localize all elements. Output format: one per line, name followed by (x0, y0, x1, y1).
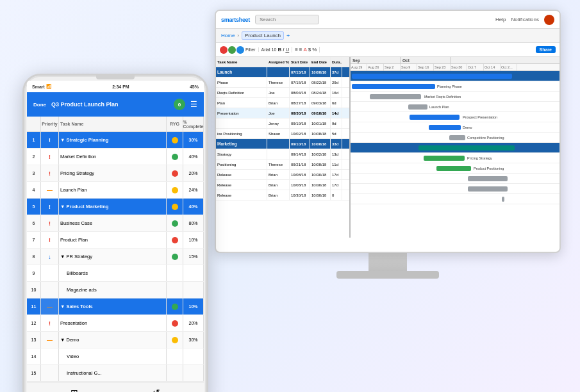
menu-icon[interactable]: ☰ (190, 100, 197, 109)
week-sep30: Sep 30 (451, 64, 467, 70)
ss-search-input[interactable] (255, 15, 319, 24)
bar-prospect (410, 115, 460, 120)
grid-row-phase: Phase Therese 07/15/18 08/22/18 29d (216, 78, 349, 88)
bold-btn[interactable]: B (278, 47, 281, 53)
breadcrumb-home[interactable]: Home (221, 33, 235, 38)
week-oct7: Oct 7 (467, 64, 484, 70)
font-size[interactable]: 10 (272, 47, 277, 52)
bar-rel3 (502, 197, 504, 202)
priority-icon: ! (49, 320, 51, 327)
user-avatar[interactable] (544, 15, 554, 25)
gantt-row-5: Demo (351, 122, 559, 133)
carrier-label: Smart (32, 85, 45, 89)
priority-icon: ! (49, 220, 51, 227)
gantt-row-0 (351, 71, 559, 81)
table-row: 4 — Launch Plan 24% (27, 182, 204, 199)
breadcrumb-add[interactable]: + (286, 33, 290, 39)
italic-btn[interactable]: I (283, 47, 284, 53)
priority-icon: — (47, 187, 53, 193)
filter-group: Filter (245, 47, 259, 52)
ryg-dot (172, 304, 178, 310)
monitor-neck (369, 253, 407, 271)
bar-rel1 (468, 176, 508, 181)
table-row: 14 Video (27, 348, 204, 365)
tablet-statusbar: Smart 📶 2:34 PM 45% (27, 81, 204, 92)
ryg-dot (172, 137, 178, 143)
ss-breadcrumb: Home › Product Launch + (216, 29, 559, 43)
grid-row-launch: Launch 07/15/18 10/08/18 37d (216, 67, 349, 78)
table-row: 11 — ▼ Sales Tools 10% (27, 298, 204, 315)
back-button[interactable]: Done (33, 102, 46, 108)
bar-phase (352, 84, 435, 89)
notifications-link[interactable]: Notifications (511, 17, 539, 22)
help-link[interactable]: Help (495, 17, 506, 22)
month-oct: Oct (401, 57, 451, 63)
filter-label[interactable]: Filter (245, 47, 256, 52)
month-sep: Sep (351, 57, 401, 63)
grid-row-marketing: Marketing 09/10/18 10/08/18 33d (216, 139, 349, 149)
label-planning-phase: Planning Phase (437, 85, 462, 88)
ss-content: Task Name Assigned To Start Date End Dat… (216, 57, 559, 238)
font-name[interactable]: Arial (261, 47, 270, 52)
breadcrumb-sheet[interactable]: Product Launch (242, 31, 284, 40)
percent-icon[interactable]: % (312, 47, 317, 53)
ryg-dot (172, 237, 178, 243)
bar-pricing (424, 156, 465, 161)
table-row: 15 Instructional G... (27, 365, 204, 382)
ryg-dot (172, 337, 178, 343)
gantt-weeks: Aug 19 Aug 26 Sep 2 Sep 9 Sep 16 Sep 23 … (351, 64, 559, 71)
ryg-dot (172, 170, 178, 177)
col-taskname: Task Name (59, 117, 167, 131)
av2 (228, 46, 236, 54)
gantt-row-12 (351, 194, 559, 204)
ss-logo: smartsheet (221, 17, 250, 23)
bar-prod-pos (436, 166, 471, 171)
tablet-col-header: Priority Task Name RYG % Complete (27, 117, 204, 132)
ryg-dot (172, 187, 178, 193)
col-assigned: Assigned To (267, 57, 290, 67)
monitor-base (336, 271, 439, 279)
bar-planning (352, 74, 512, 79)
gantt-row-3: Launch Plan (351, 102, 559, 112)
ryg-dot (172, 254, 178, 260)
bar-launch-plan (408, 104, 427, 110)
priority-icon: ! (49, 237, 51, 243)
week-aug19: Aug 19 (351, 64, 367, 70)
label-pricing: Pricing Strategy (467, 156, 492, 160)
bar-comp-pos (449, 135, 465, 140)
label-launch-plan: Launch Plan (429, 105, 449, 109)
col-priority: Priority (41, 117, 59, 131)
table-row: 6 ! Business Case 80% (27, 215, 204, 232)
share-button[interactable]: Share (536, 46, 556, 53)
time-display: 2:34 PM (112, 85, 129, 89)
week-sep9: Sep 9 (401, 64, 417, 70)
grid-view-icon[interactable]: ⊞ (70, 388, 78, 393)
col-num (27, 117, 41, 131)
tablet: Smart 📶 2:34 PM 45% Done Q3 Product Laun… (22, 74, 208, 392)
dollar-icon[interactable]: $ (308, 47, 311, 53)
col-dur: Dura... (331, 57, 342, 67)
table-row: 9 Billboards (27, 265, 204, 282)
align-center[interactable]: ≡ (299, 47, 302, 53)
table-row: 10 Magazine ads (27, 282, 204, 298)
tablet-notch (96, 76, 135, 79)
gantt-row-8: Pricing Strategy (351, 153, 559, 163)
ss-topbar: smartsheet Help Notifications (216, 11, 559, 29)
breadcrumb-sep: › (237, 33, 239, 38)
grid-row-jenny: Jenny 09/19/18 10/01/18 9d (216, 118, 349, 129)
sheet-title: Q3 Product Launch Plan (51, 101, 169, 108)
tablet-screen: Smart 📶 2:34 PM 45% Done Q3 Product Laun… (27, 81, 204, 392)
align-left[interactable]: ≡ (295, 47, 298, 53)
grid-row-rel3: Release Brian 10/30/18 10/30/18 0 (216, 190, 349, 200)
color-icon[interactable]: A (304, 47, 307, 53)
refresh-icon[interactable]: ↺ (153, 388, 160, 393)
gantt-row-2: Market Reqts Definition (351, 92, 559, 102)
ss-gantt: Sep Oct Aug 19 Aug 26 Sep 2 Sep 9 Sep 16… (351, 57, 559, 238)
ryg-dot (172, 220, 178, 227)
underline-btn[interactable]: U (285, 47, 289, 53)
col-end: End Date (310, 57, 331, 67)
av1 (220, 46, 228, 54)
bar-reqts (370, 94, 421, 99)
table-row: 3 ! Pricing Strategy 20% (27, 165, 204, 182)
gantt-row-10 (351, 174, 559, 184)
